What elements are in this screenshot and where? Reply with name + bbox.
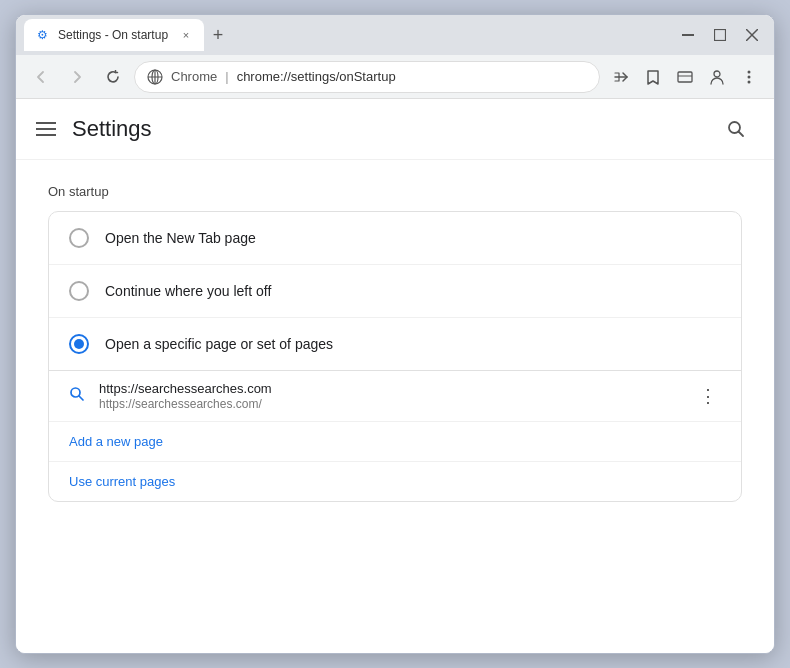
radio-circle-continue	[69, 281, 89, 301]
svg-point-11	[748, 70, 751, 73]
browser-window: ⚙ Settings - On startup × +	[15, 14, 775, 654]
svg-line-17	[79, 396, 83, 400]
svg-rect-8	[678, 72, 692, 82]
page-content: Settings On startup Open the New Tab pag…	[16, 99, 774, 653]
settings-page-title: Settings	[72, 116, 152, 142]
url-name: https://searchessearches.com	[99, 381, 681, 396]
forward-button[interactable]	[62, 62, 92, 92]
back-button[interactable]	[26, 62, 56, 92]
bookmark-icon[interactable]	[638, 62, 668, 92]
url-search-icon	[69, 386, 85, 406]
tab-favicon: ⚙	[34, 27, 50, 43]
share-icon[interactable]	[606, 62, 636, 92]
minimize-button[interactable]	[674, 21, 702, 49]
radio-label-specific-page: Open a specific page or set of pages	[105, 336, 333, 352]
url-entry: https://searchessearches.com https://sea…	[49, 371, 741, 422]
address-bar[interactable]: Chrome | chrome://settings/onStartup	[134, 61, 600, 93]
address-url: chrome://settings/onStartup	[237, 69, 587, 84]
maximize-button[interactable]	[706, 21, 734, 49]
tab-close-button[interactable]: ×	[178, 27, 194, 43]
svg-point-12	[748, 75, 751, 78]
svg-point-10	[714, 71, 720, 77]
tab-manager-icon[interactable]	[670, 62, 700, 92]
url-address: https://searchessearches.com/	[99, 397, 681, 411]
radio-label-continue: Continue where you left off	[105, 283, 271, 299]
svg-line-15	[739, 132, 744, 137]
reload-button[interactable]	[98, 62, 128, 92]
toolbar: Chrome | chrome://settings/onStartup	[16, 55, 774, 99]
add-new-page-link[interactable]: Add a new page	[49, 422, 741, 462]
address-favicon	[147, 69, 163, 85]
settings-body: On startup Open the New Tab page Continu…	[16, 160, 774, 653]
url-menu-button[interactable]: ⋮	[695, 381, 721, 411]
section-title: On startup	[48, 184, 742, 199]
radio-circle-new-tab	[69, 228, 89, 248]
radio-option-specific-page[interactable]: Open a specific page or set of pages	[49, 318, 741, 371]
tab-title: Settings - On startup	[58, 28, 170, 42]
settings-header: Settings	[16, 99, 774, 160]
settings-header-left: Settings	[36, 116, 152, 142]
options-card: Open the New Tab page Continue where you…	[48, 211, 742, 502]
settings-search-button[interactable]	[718, 111, 754, 147]
more-options-icon[interactable]	[734, 62, 764, 92]
radio-label-new-tab: Open the New Tab page	[105, 230, 256, 246]
svg-point-13	[748, 80, 751, 83]
close-button[interactable]	[738, 21, 766, 49]
new-tab-button[interactable]: +	[204, 21, 232, 49]
radio-option-new-tab[interactable]: Open the New Tab page	[49, 212, 741, 265]
use-current-pages-link[interactable]: Use current pages	[49, 462, 741, 501]
svg-rect-0	[682, 34, 694, 36]
address-chrome-label: Chrome	[171, 69, 217, 84]
address-separator: |	[225, 69, 228, 84]
hamburger-menu-button[interactable]	[36, 122, 56, 136]
url-texts: https://searchessearches.com https://sea…	[99, 381, 681, 411]
title-bar-controls	[674, 21, 766, 49]
radio-option-continue[interactable]: Continue where you left off	[49, 265, 741, 318]
title-bar: ⚙ Settings - On startup × +	[16, 15, 774, 55]
profile-icon[interactable]	[702, 62, 732, 92]
svg-rect-1	[715, 30, 726, 41]
tab-strip: ⚙ Settings - On startup × +	[24, 15, 670, 55]
radio-circle-specific-page	[69, 334, 89, 354]
active-tab[interactable]: ⚙ Settings - On startup ×	[24, 19, 204, 51]
toolbar-actions	[606, 62, 764, 92]
